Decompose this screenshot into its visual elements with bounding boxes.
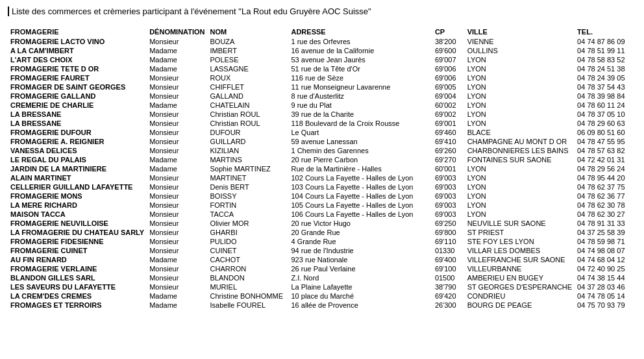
table-cell: 20 Grande Rue [288,228,432,237]
table-cell: FROMAGERIE TETE D OR [8,64,147,73]
table-cell: 69'004 [432,92,465,101]
table-cell: 69'003 [432,182,465,192]
table-cell: VILLEFRANCHE SUR SAONE [465,255,575,264]
table-cell: LA CREM'DES CREMES [8,291,147,301]
table-cell: LYON [465,92,575,101]
table-cell: Monsieur [147,73,207,82]
table-row: FROMAGERIE MONSMonsieurBOISSY104 Cours L… [8,192,636,201]
table-cell: VILLEURBANNE [465,264,575,273]
table-cell: 116 rue de Sèze [288,73,432,82]
table-cell: 69'270 [432,155,465,164]
table-cell: Monsieur [147,128,207,137]
table-row: LE REGAL DU PALAISMadameMARTINS20 rue Pi… [8,155,636,164]
table-row: MAISON TACCAMonsieurTACCA106 Cours La Fa… [8,210,636,219]
table-cell: 04 78 62 36 77 [575,192,636,201]
table-cell: MARTINET [208,173,289,182]
table-cell: LYON [465,173,575,182]
table-cell: 16 allée de Provence [288,301,432,310]
table-cell: 69'800 [432,228,465,237]
table-cell: 8 rue d'Austerlitz [288,92,432,101]
table-cell: Sophie MARTINEZ [208,164,289,173]
table-row: FROMAGERIE TETE D ORMadameLASSAGNE51 rue… [8,64,636,73]
table-cell: 69'400 [432,255,465,264]
table-cell: 59 avenue Lanessan [288,137,432,146]
table-cell: 39 rue de la Charite [288,110,432,119]
table-cell: FROMAGERIE MONS [8,192,147,201]
table-cell: MARTINS [208,155,289,164]
header-ville: VILLE [465,27,575,37]
header-tel: TEL. [575,27,636,37]
table-row: LA BRESSANEMonsieurChristian ROUL118 Bou… [8,119,636,128]
table-cell: 69'250 [432,219,465,228]
table-cell: ST GEORGES D'ESPERANCHE [465,282,575,291]
table-cell: Monsieur [147,192,207,201]
table-cell: AU FIN RENARD [8,255,147,264]
table-cell: Christian ROUL [208,119,289,128]
table-cell: 69'003 [432,210,465,219]
table-cell: FROMAGERIE VERLAINE [8,264,147,273]
table-cell: L'ART DES CHOIX [8,55,147,64]
table-cell: Denis BERT [208,182,289,192]
table-cell: VIENNE [465,37,575,46]
table-cell: Monsieur [147,237,207,246]
table-cell: Madame [147,46,207,55]
table-cell: FROMAGERIE LACTO VINO [8,37,147,46]
table-cell: BLANDON [208,273,289,282]
table-row: LES SAVEURS DU LAFAYETTEMonsieurMURIELLa… [8,282,636,291]
table-row: FROMAGERIE LACTO VINOMonsieurBOUZA1 rue … [8,37,636,46]
table-cell: 923 rue Nationale [288,255,432,264]
table-cell: 69'006 [432,73,465,82]
table-cell: LASSAGNE [208,64,289,73]
table-cell: Madame [147,101,207,110]
table-cell: FROMAGERIE FAURET [8,73,147,82]
table-row: FROMAGERIE A. REIGNIERMonsieurGUILLARD59… [8,137,636,146]
table-cell: 04 74 38 15 44 [575,273,636,282]
table-cell: Christian ROUL [208,110,289,119]
table-cell: ALAIN MARTINET [8,173,147,182]
table-cell: Madame [147,55,207,64]
table-cell: LYON [465,73,575,82]
table-cell: Olivier MOR [208,219,289,228]
table-row: L'ART DES CHOIXMadamePOLESE53 avenue Jea… [8,55,636,64]
table-cell: 60'002 [432,101,465,110]
table-cell: 69'410 [432,137,465,146]
table-cell: CREMERIE DE CHARLIE [8,101,147,110]
table-cell: Monsieur [147,228,207,237]
table-cell: NEUVILLE SUR SAONE [465,219,575,228]
table-row: VANESSA DELICESMonsieurKIZILIAN1 Chemin … [8,146,636,155]
table-cell: 04 74 68 04 12 [575,255,636,264]
table-cell: JARDIN DE LA MARTINIERE [8,164,147,173]
table-cell: GHARBI [208,228,289,237]
header-fromagerie: FROMAGERIE [8,27,147,37]
table-cell: 01330 [432,246,465,255]
table-cell: CHAMPAGNE AU MONT D OR [465,137,575,146]
table-cell: 04 78 51 99 11 [575,46,636,55]
table-cell: Monsieur [147,37,207,46]
table-row: CREMERIE DE CHARLIEMadameCHATELAIN9 rue … [8,101,636,110]
table-cell: Rue de la Martinière - Halles [288,164,432,173]
table-cell: 94 rue de l'Industrie [288,246,432,255]
table-cell: STE FOY LES LYON [465,237,575,246]
table-cell: MAISON TACCA [8,210,147,219]
table-cell: Le Quart [288,128,432,137]
table-row: LA CREM'DES CREMESMadameChristine BONHOM… [8,291,636,301]
table-cell: 04 78 29 56 24 [575,164,636,173]
table-cell: 51 rue de la Tête d'Or [288,64,432,73]
table-row: LA MERE RICHARDMonsieurFORTIN105 Cours L… [8,201,636,210]
table-cell: 69'006 [432,64,465,73]
table-cell: Monsieur [147,110,207,119]
table-row: FROMAGERIE CUINETMonsieurCUINET94 rue de… [8,246,636,255]
table-cell: CACHOT [208,255,289,264]
table-cell: Madame [147,155,207,164]
table-cell: AMBERIEU EN BUGEY [465,273,575,282]
table-cell: LYON [465,119,575,128]
table-cell: 04 78 29 60 63 [575,119,636,128]
table-cell: Monsieur [147,82,207,92]
table-cell: FROMAGERIE FIDESIENNE [8,237,147,246]
table-cell: 04 78 37 05 10 [575,110,636,119]
table-cell: 38'790 [432,282,465,291]
table-cell: 69'003 [432,192,465,201]
table-cell: 04 78 24 51 38 [575,64,636,73]
table-cell: LYON [465,55,575,64]
table-cell: 01500 [432,273,465,282]
